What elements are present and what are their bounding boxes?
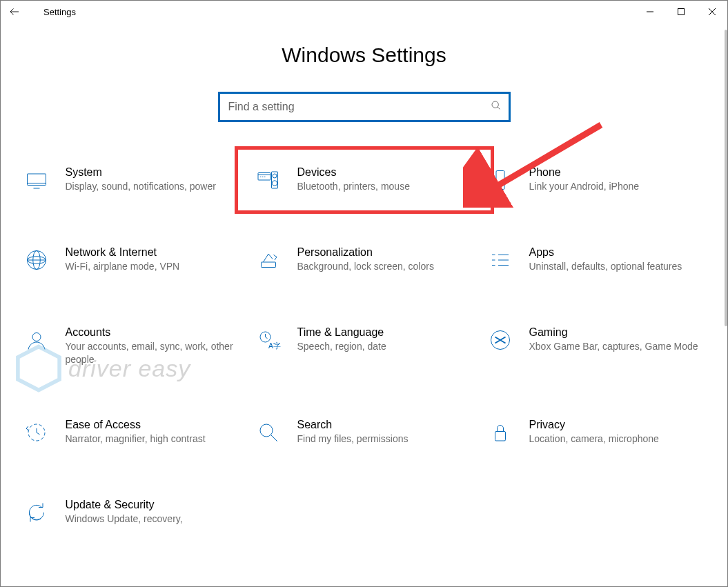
tile-privacy[interactable]: PrivacyLocation, camera, microphone — [482, 415, 710, 450]
search-input[interactable] — [228, 101, 491, 113]
tile-title: Update & Security — [66, 499, 242, 511]
system-icon — [23, 166, 50, 194]
tile-title: Search — [297, 419, 474, 431]
svg-point-5 — [273, 174, 277, 178]
svg-point-12 — [32, 333, 41, 341]
tile-title: Time & Language — [297, 326, 474, 339]
time-icon: A字 — [255, 326, 282, 354]
search-icon — [255, 419, 282, 446]
tile-desc: Wi-Fi, airplane mode, VPN — [66, 260, 242, 273]
close-button[interactable] — [696, 1, 727, 22]
close-icon — [708, 8, 716, 16]
arrow-left-icon — [8, 6, 21, 18]
tile-update[interactable]: Update & SecurityWindows Update, recover… — [19, 495, 246, 530]
back-button[interactable] — [6, 3, 23, 20]
tile-accounts[interactable]: AccountsYour accounts, email, sync, work… — [19, 322, 246, 370]
titlebar: Settings — [1, 1, 727, 23]
tile-apps[interactable]: AppsUninstall, defaults, optional featur… — [482, 242, 710, 278]
accounts-icon — [23, 326, 50, 354]
tile-search[interactable]: SearchFind my files, permissions — [250, 415, 478, 450]
tile-system[interactable]: SystemDisplay, sound, notifications, pow… — [19, 162, 246, 198]
tile-desc: Location, camera, microphone — [529, 432, 706, 446]
content-area: Windows Settings SystemDisplay, sound, n… — [1, 23, 727, 586]
tile-title: Accounts — [66, 326, 242, 339]
tile-title: Privacy — [529, 419, 706, 431]
tile-title: Apps — [529, 246, 706, 259]
tile-desc: Display, sound, notifications, power — [66, 180, 242, 193]
window-title: Settings — [43, 7, 76, 17]
svg-rect-18 — [495, 431, 505, 441]
tile-desc: Bluetooth, printers, mouse — [297, 180, 474, 193]
tile-ease[interactable]: Ease of AccessNarrator, magnifier, high … — [19, 415, 246, 450]
minimize-button[interactable] — [634, 1, 665, 22]
scrollbar[interactable] — [719, 23, 727, 586]
apps-icon — [486, 246, 514, 274]
tile-title: System — [66, 166, 242, 179]
tile-desc: Narrator, magnifier, high contrast — [66, 432, 242, 446]
tile-devices[interactable]: DevicesBluetooth, printers, mouse — [250, 162, 478, 198]
tile-desc: Your accounts, email, sync, work, other … — [66, 340, 242, 366]
tile-title: Ease of Access — [66, 419, 242, 431]
scrollbar-thumb[interactable] — [725, 30, 727, 326]
tile-phone[interactable]: PhoneLink your Android, iPhone — [482, 162, 710, 198]
tile-personalization[interactable]: PersonalizationBackground, lock screen, … — [250, 242, 478, 278]
maximize-icon — [677, 8, 685, 16]
svg-text:A字: A字 — [268, 341, 281, 350]
tile-title: Gaming — [529, 326, 706, 339]
svg-rect-11 — [261, 262, 275, 268]
devices-icon — [255, 166, 282, 194]
svg-rect-0 — [678, 9, 684, 15]
tile-desc: Windows Update, recovery, — [66, 513, 242, 526]
tile-title: Phone — [529, 166, 706, 179]
search-box[interactable] — [218, 92, 511, 122]
personalization-icon — [255, 246, 282, 274]
svg-point-1 — [492, 101, 498, 108]
page-title: Windows Settings — [1, 43, 727, 67]
network-icon — [23, 246, 50, 274]
tile-network[interactable]: Network & InternetWi-Fi, airplane mode, … — [19, 242, 246, 278]
svg-point-6 — [272, 181, 277, 186]
tile-desc: Find my files, permissions — [297, 432, 474, 446]
svg-rect-2 — [27, 174, 46, 186]
tile-desc: Speech, region, date — [297, 340, 474, 353]
phone-icon — [486, 166, 514, 194]
tile-desc: Xbox Game Bar, captures, Game Mode — [529, 340, 706, 353]
tile-desc: Uninstall, defaults, optional features — [529, 260, 706, 273]
tile-gaming[interactable]: GamingXbox Game Bar, captures, Game Mode — [482, 322, 710, 370]
tile-desc: Link your Android, iPhone — [529, 180, 706, 193]
privacy-icon — [486, 419, 514, 446]
tile-desc: Background, lock screen, colors — [297, 260, 474, 273]
svg-rect-3 — [258, 173, 270, 181]
search-icon — [491, 100, 502, 114]
svg-rect-7 — [496, 171, 504, 190]
tile-title: Personalization — [297, 246, 474, 259]
tile-title: Network & Internet — [66, 246, 242, 259]
update-icon — [23, 499, 50, 526]
svg-point-17 — [260, 424, 273, 437]
tile-time[interactable]: A字Time & LanguageSpeech, region, date — [250, 322, 478, 370]
ease-icon — [23, 419, 50, 446]
minimize-icon — [646, 8, 654, 16]
tile-title: Devices — [297, 166, 474, 179]
gaming-icon — [486, 326, 514, 354]
maximize-button[interactable] — [665, 1, 696, 22]
